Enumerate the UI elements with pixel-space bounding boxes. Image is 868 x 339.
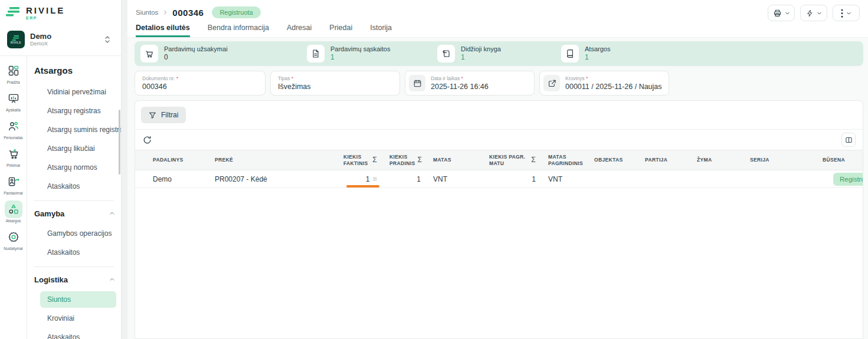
column-header-matas[interactable]: MATAS xyxy=(425,150,482,170)
column-header-busena[interactable]: BŪSENA xyxy=(815,150,863,170)
rail-item-personalas[interactable]: Personalas xyxy=(0,117,27,145)
column-header-objektas[interactable]: OBJEKTAS xyxy=(587,150,637,170)
external-link-icon xyxy=(543,75,560,91)
stat-item[interactable]: Pardavimų sąskaitos1 xyxy=(307,45,437,62)
column-header-padalinys[interactable]: PADALINYS xyxy=(135,150,207,170)
sidebar-groups: Vidiniai pervežimaiAtsargų registrasAtsa… xyxy=(33,84,121,339)
row-status-badge: Registruota xyxy=(833,173,863,186)
workspace-subname: DemoX xyxy=(30,41,51,47)
cell-kiekis_pradinis[interactable]: 1 xyxy=(382,170,425,187)
stat-item[interactable]: Pardavimų užsakymai0 xyxy=(140,45,307,62)
menu-section-gamyba[interactable]: Gamyba xyxy=(34,209,115,218)
cell-objektas[interactable] xyxy=(587,170,637,187)
menu-divider xyxy=(34,266,114,267)
sum-sigma-icon[interactable]: Σ xyxy=(370,156,377,164)
column-header-zyma[interactable]: ŽYMA xyxy=(689,150,742,170)
rail-item-pardavimai[interactable]: Pardavimai xyxy=(0,173,27,200)
funnel-icon xyxy=(149,111,156,119)
rail-item-nustatymai[interactable]: Nustatymai xyxy=(0,228,27,256)
refresh-button[interactable] xyxy=(143,136,152,144)
sidebar-item-atsargų-suminis-registras[interactable]: Atsargų suminis registras xyxy=(40,121,116,138)
table-toolbar xyxy=(135,130,863,150)
pradzia-icon xyxy=(5,62,22,80)
stat-label: Atsargos xyxy=(585,45,610,53)
stat-item[interactable]: Atsargos1 xyxy=(561,45,610,62)
actions-menu-button[interactable] xyxy=(800,5,827,21)
cell-matas_pagrindinis[interactable]: VNT xyxy=(541,170,587,187)
tab-priedai[interactable]: Priedai xyxy=(329,24,352,37)
sidebar-scrollbar-track[interactable] xyxy=(122,0,127,339)
required-star: * xyxy=(461,75,463,81)
sidebar-item-atsargų-normos[interactable]: Atsargų normos xyxy=(40,159,116,176)
cell-matas[interactable]: VNT xyxy=(425,170,482,187)
type-field[interactable]: Tipas *Išvežimas xyxy=(270,71,400,96)
cell-kiekis_pagr_matu[interactable]: 1 xyxy=(482,170,541,187)
print-menu-button[interactable] xyxy=(768,5,795,21)
main-area: Siuntos 000346 Registruota Detalios eilu… xyxy=(127,0,868,339)
filters-button[interactable]: Filtrai xyxy=(141,107,186,123)
cell-serija[interactable] xyxy=(742,170,815,187)
column-label: KIEKIS PRADINIS xyxy=(389,154,415,166)
cargo-field[interactable]: Krovinys *000011 / 2025-11-26 / Naujas xyxy=(539,71,669,96)
cell-zyma[interactable] xyxy=(689,170,742,187)
status-badge: Registruota xyxy=(212,6,260,18)
column-label: ŽYMA xyxy=(697,157,738,163)
rail-item-apskaita[interactable]: Apskaita xyxy=(0,90,27,117)
datetime-field[interactable]: Data ir laikas *2025-11-26 16:46 xyxy=(405,71,535,96)
column-header-serija[interactable]: SERIJA xyxy=(742,150,815,170)
sidebar-item-kroviniai[interactable]: Kroviniai xyxy=(40,310,116,327)
more-menu-button[interactable] xyxy=(833,5,860,21)
stat-item[interactable]: Didžioji knyga1 xyxy=(437,45,561,62)
sidebar-item-siuntos[interactable]: Siuntos xyxy=(40,291,116,308)
rail-item-label: Nustatymai xyxy=(4,246,23,251)
cell-kiekis_faktinis[interactable]: 1≡ xyxy=(336,170,382,187)
column-header-partija[interactable]: PARTIJA xyxy=(637,150,689,170)
cell-padalinys[interactable]: Demo xyxy=(135,170,207,187)
brand-name: RIVILE xyxy=(26,6,65,15)
menu-divider xyxy=(34,200,114,201)
sidebar-item-ataskaitos[interactable]: Ataskaitos xyxy=(40,178,116,195)
tab-bendra-informacija[interactable]: Bendra informacija xyxy=(208,24,269,37)
sidebar-item-ataskaitos[interactable]: Ataskaitos xyxy=(40,329,116,339)
breadcrumb-root-link[interactable]: Siuntos xyxy=(136,9,158,16)
sidebar-item-atsargų-registras[interactable]: Atsargų registras xyxy=(40,103,116,119)
sidebar-scrollbar-thumb[interactable] xyxy=(119,110,120,175)
chevron-down-icon xyxy=(846,11,851,16)
sidebar-item-ataskaitos[interactable]: Ataskaitos xyxy=(40,244,116,261)
column-header-kiekis_pagr_matu[interactable]: KIEKIS PAGR. MATUΣ xyxy=(482,150,541,170)
column-header-matas_pagrindinis[interactable]: MATAS PAGRINDINIS xyxy=(541,150,587,170)
sidebar-item-vidiniai-pervežimai[interactable]: Vidiniai pervežimai xyxy=(40,84,116,100)
column-header-kiekis_faktinis[interactable]: KIEKIS FAKTINISΣ xyxy=(336,150,382,170)
table-row[interactable]: DemoPR00207 - Kėdė1≡1VNT1VNTRegistruota xyxy=(135,170,863,188)
cell-preke[interactable]: PR00207 - Kėdė xyxy=(207,170,336,187)
column-label: MATAS PAGRINDINIS xyxy=(548,154,583,166)
sidebar-item-gamybos-operacijos[interactable]: Gamybos operacijos xyxy=(40,225,116,242)
column-label: PREKĖ xyxy=(215,157,331,163)
menu-section-logistika[interactable]: Logistika xyxy=(34,275,115,284)
rail-item-pirkimai[interactable]: Pirkimai xyxy=(0,145,27,173)
invoice-icon xyxy=(307,45,325,62)
cell-partija[interactable] xyxy=(637,170,689,187)
rail-item-atsargos[interactable]: Atsargos xyxy=(0,200,27,228)
sidebar-item-atsargų-likučiai[interactable]: Atsargų likučiai xyxy=(40,140,116,157)
document-number-field[interactable]: Dokumento nr. *000346 xyxy=(135,71,266,96)
column-header-kiekis_pradinis[interactable]: KIEKIS PRADINISΣ xyxy=(382,150,425,170)
column-settings-button[interactable] xyxy=(841,133,856,147)
row-menu-icon[interactable]: ≡ xyxy=(372,175,377,183)
sum-sigma-icon[interactable]: Σ xyxy=(529,156,536,164)
brand-logo[interactable]: RIVILE ERP xyxy=(0,0,121,25)
cell-busena[interactable]: Registruota xyxy=(815,170,863,187)
sum-sigma-icon[interactable]: Σ xyxy=(415,156,422,164)
sidebar-menu: Atsargos Vidiniai pervežimaiAtsargų regi… xyxy=(27,56,121,339)
column-label: PADALINYS xyxy=(153,157,202,163)
rail-item-pradzia[interactable]: Pradžia xyxy=(0,62,27,90)
pardavimai-icon xyxy=(5,173,22,190)
rail-item-label: Atsargos xyxy=(6,219,21,223)
workspace-selector[interactable]: RIVILE Demo DemoX xyxy=(5,28,116,51)
tab-detalios-eilutės[interactable]: Detalios eilutės xyxy=(136,24,190,37)
column-header-preke[interactable]: PREKĖ xyxy=(207,150,336,170)
chevron-down-icon xyxy=(817,11,822,16)
tab-adresai[interactable]: Adresai xyxy=(287,24,312,37)
workspace-caret-icon xyxy=(104,35,110,46)
tab-istorija[interactable]: Istorija xyxy=(370,24,392,37)
